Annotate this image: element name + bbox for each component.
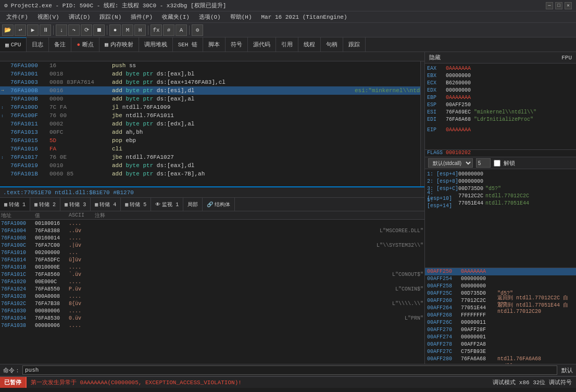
disasm-row[interactable]: 76FA1019 0010 add byte ptr ds:[eax],dl xyxy=(0,161,424,170)
disasm-row[interactable]: 76FA1011 0002 add byte ptr ds:[edx],al xyxy=(0,120,424,128)
dump-row[interactable]: 76FA101C 76FA8560 `.üv L"CONOUT$" xyxy=(0,271,424,278)
stack-row[interactable]: 00AFF284 76FA69EC ntdll.76FA69EC xyxy=(425,363,576,364)
stack-row[interactable]: 00AFF27C C75FB93E xyxy=(425,348,576,356)
dump-row[interactable]: 76FA102C 76FA7B38 8{üv L"\\\\.\\" xyxy=(0,300,424,307)
disasm-row[interactable]: → 76FA100B 0016 add byte ptr ds:[esi],dl… xyxy=(0,86,424,95)
stack-row[interactable]: 00AFF250 0AAAAAAA xyxy=(425,268,576,275)
dump-row[interactable]: 76FA1014 76FA5DFC ü]üv xyxy=(0,256,424,263)
dump-tab-2[interactable]: ▦ 转储 2 xyxy=(30,198,60,211)
reg-hide-label[interactable]: 隐藏 xyxy=(429,54,441,61)
dump-row[interactable]: 76FA1038 00080006 .... xyxy=(0,322,424,329)
dump-row[interactable]: 76FA1024 76FA8550 P.üv L"CONIN$" xyxy=(0,285,424,293)
tab-log[interactable]: 日志 xyxy=(27,37,49,52)
call-conv-num-input[interactable] xyxy=(476,158,491,168)
dump-row[interactable]: 76FA1020 00E000C .... xyxy=(0,278,424,285)
maximize-button[interactable]: □ xyxy=(555,2,562,9)
menu-trace[interactable]: 跟踪(N) xyxy=(95,12,126,22)
tab-breakpoints[interactable]: ● 断点 xyxy=(71,37,99,52)
tb-step-into[interactable]: ↓ xyxy=(56,24,67,36)
tab-trace[interactable]: 跟踪 xyxy=(343,37,366,52)
stack-row[interactable]: 00AFF26C 00000011 xyxy=(425,319,576,326)
tab-notes[interactable]: 备注 xyxy=(49,37,71,52)
disasm-content[interactable]: 76FA1000 16 push ss 76FA1001 0018 add by… xyxy=(0,61,424,187)
minimize-button[interactable]: ─ xyxy=(546,2,553,9)
dump-content[interactable]: 地址 值 ASCII 注释 76FA1000 00180016 .... 76F… xyxy=(0,211,424,364)
menu-options[interactable]: 选项(O) xyxy=(195,12,225,22)
tb-hash[interactable]: # xyxy=(163,24,174,36)
tab-handles[interactable]: 句柄 xyxy=(321,37,343,52)
tab-script[interactable]: 脚本 xyxy=(203,37,226,52)
stack-row[interactable]: 00AFF264 77051E44 返回到 ntdll.77051E44 自 n… xyxy=(425,305,576,312)
tb-run[interactable]: ▶ xyxy=(27,24,39,36)
tab-cpu[interactable]: ▦ CPU xyxy=(0,37,27,52)
menu-debug[interactable]: 调试(D) xyxy=(65,12,95,22)
stack-row[interactable]: 00AFF254 00000000 xyxy=(425,275,576,283)
tb-calc[interactable]: fx xyxy=(151,24,162,36)
call-conv-select[interactable]: 默认(stdcall) xyxy=(428,158,473,168)
menu-view[interactable]: 视图(V) xyxy=(33,12,64,22)
bp-tab-label: 断点 xyxy=(82,41,94,48)
disasm-addr: 76FA1017 xyxy=(10,154,49,160)
dump-tab-5[interactable]: ▦ 转储 5 xyxy=(121,198,151,211)
menu-plugin[interactable]: 插件(P) xyxy=(127,12,157,22)
tab-source[interactable]: 源代码 xyxy=(248,37,276,52)
tb-restart[interactable]: ⟳ xyxy=(81,24,92,36)
tab-refs[interactable]: 引用 xyxy=(276,37,298,52)
disasm-row[interactable]: 76FA1003 0088 83FA7614 add byte ptr ds:[… xyxy=(0,78,424,86)
disasm-row[interactable]: ↕ 76FA1017 76 0E jbe ntdll.76FA1027 xyxy=(0,153,424,161)
tb-hw[interactable]: H xyxy=(134,24,146,36)
disasm-row[interactable]: 76FA1001 0018 add byte ptr ds:[eax],bl xyxy=(0,70,424,78)
stack-row[interactable]: 00AFF278 00AFF2A8 xyxy=(425,341,576,348)
menu-favorites[interactable]: 收藏夹(I) xyxy=(158,12,194,22)
stack-panel[interactable]: 00AFF250 0AAAAAAA 00AFF254 00000000 00AF… xyxy=(425,268,576,364)
dump-row[interactable]: 76FA1010 00200000 ... xyxy=(0,249,424,256)
disasm-row[interactable]: 76FA1000 16 push ss xyxy=(0,61,424,70)
dump-row[interactable]: 76FA1034 76FA8530 0.üv L"PRN" xyxy=(0,314,424,322)
tab-memory[interactable]: ▦ 内存映射 xyxy=(99,37,139,52)
dump-tab-1[interactable]: ▦ 转储 1 xyxy=(0,198,30,211)
tb-step-over[interactable]: ↷ xyxy=(68,24,80,36)
stack-row[interactable]: 00AFF270 00AFF28F xyxy=(425,326,576,334)
dump-row[interactable]: 76FA1008 00160014 .... xyxy=(0,234,424,242)
disasm-row[interactable]: ↕ 76FA100D 7C FA jl ntdll.76FA1009 xyxy=(0,103,424,111)
dump-tab-watch[interactable]: 👁 监视 1 xyxy=(151,198,183,211)
dump-row[interactable]: 76FA1018 0010000E .... xyxy=(0,263,424,271)
stack-row[interactable]: 00AFF274 00000001 xyxy=(425,334,576,341)
stack-row[interactable]: 00AFF280 76FA6A68 ntdll.76FA6A68 xyxy=(425,356,576,363)
tab-threads[interactable]: 线程 xyxy=(298,37,321,52)
tb-font[interactable]: A xyxy=(176,24,187,36)
dump-row[interactable]: 76FA1030 00080006 .... xyxy=(0,307,424,314)
dump-tab-struct[interactable]: 🔗 结构体 xyxy=(203,198,235,211)
menu-file[interactable]: 文件(F) xyxy=(2,12,32,22)
tab-symbols[interactable]: 符号 xyxy=(226,37,248,52)
dump-tab-3[interactable]: ▦ 转储 3 xyxy=(60,198,91,211)
tb-open[interactable]: 📂 xyxy=(2,24,14,36)
disasm-row[interactable]: 76FA1013 00FC add ah,bh xyxy=(0,128,424,136)
tb-mem[interactable]: M xyxy=(122,24,133,36)
stack-row[interactable]: 00AFF258 00000000 xyxy=(425,283,576,290)
disasm-row[interactable]: 76FA1016 FA cli xyxy=(0,145,424,153)
dump-tab-local[interactable]: 局部 xyxy=(183,198,203,211)
tb-stop[interactable]: ⏹ xyxy=(93,24,105,36)
menu-help[interactable]: 帮助(H) xyxy=(226,12,256,22)
dump-row[interactable]: 76FA1004 76FA8388 ..üv L"MSCOREE.DLL" xyxy=(0,227,424,234)
disasm-row[interactable]: ↕ 76FA100F 76 00 jbe ntdll.76FA1011 xyxy=(0,111,424,120)
disasm-scrollbar[interactable] xyxy=(420,61,424,187)
dump-row[interactable]: 76FA100C 76FA7C00 .|üv L"\\SYSTEM32\\" xyxy=(0,242,424,249)
disasm-row[interactable]: 76FA101B 0060 85 add byte ptr ds:[eax-7B… xyxy=(0,170,424,178)
dump-tab-4[interactable]: ▦ 转储 4 xyxy=(91,198,121,211)
close-button[interactable]: ✕ xyxy=(565,2,572,9)
tb-bp[interactable]: ● xyxy=(109,24,121,36)
disasm-row[interactable]: 76FA1015 5D pop ebp xyxy=(0,136,424,145)
disasm-row[interactable]: 76FA100B 0000 add byte ptr ds:[eax],al xyxy=(0,95,424,103)
dump-row[interactable]: 76FA1028 000A0008 .... xyxy=(0,293,424,300)
unlock-checkbox[interactable] xyxy=(494,160,500,167)
tab-seh[interactable]: SEH 链 xyxy=(173,37,203,52)
fpu-label[interactable]: FPU xyxy=(561,55,572,61)
dump-row[interactable]: 76FA1000 00180016 .... xyxy=(0,220,424,227)
tb-settings[interactable]: ⚙ xyxy=(192,24,203,36)
tab-callstack[interactable]: 调用堆栈 xyxy=(139,37,173,52)
tb-save[interactable]: ↩ xyxy=(15,24,26,36)
cmd-input[interactable] xyxy=(22,365,557,375)
tb-pause[interactable]: ⏸ xyxy=(40,24,51,36)
